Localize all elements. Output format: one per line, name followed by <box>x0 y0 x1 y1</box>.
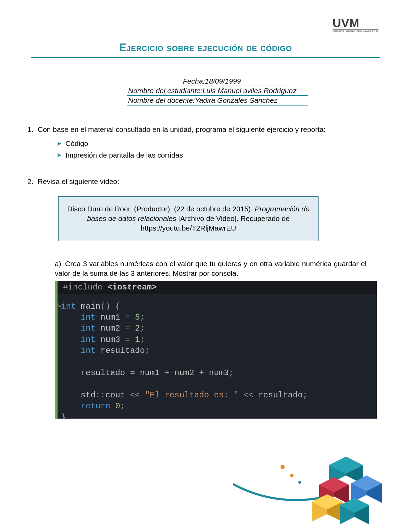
meta-block: Fecha:18/09/1999 Nombre del estudiante:L… <box>127 77 308 106</box>
svg-point-2 <box>298 481 301 484</box>
fold-icon: ⊟ <box>58 302 62 310</box>
arrow-icon: ➤ <box>57 139 65 148</box>
list-item: ➤Impresión de pantalla de las corridas <box>57 150 380 160</box>
citation-author: Disco Duro de Roer. (Productor). (22 de … <box>67 205 254 213</box>
page-title: Ejercicio sobre ejecución de código <box>31 41 380 57</box>
logo: UVM LAUREATE INTERNATIONAL UNIVERSITIES <box>333 17 378 32</box>
include-lib: <iostream> <box>108 283 157 292</box>
svg-point-1 <box>290 474 294 477</box>
title-block: Ejercicio sobre ejecución de código <box>31 41 380 58</box>
include-line: #include <iostream> <box>58 281 377 294</box>
code-screenshot: #include <iostream> ⊟ int main() { int n… <box>55 281 377 419</box>
question-2: 2.Revisa el siguiente video: <box>27 176 380 186</box>
q1-number: 1. <box>27 124 38 134</box>
cubes-graphic <box>233 443 387 525</box>
sub-a-text: Crea 3 variables numéricas con el valor … <box>55 260 366 277</box>
q2-text: Revisa el siguiente video: <box>38 177 119 185</box>
bullet-text: Impresión de pantalla de las corridas <box>65 151 183 159</box>
q1-bullets: ➤Código ➤Impresión de pantalla de las co… <box>57 138 380 160</box>
bullet-text: Código <box>65 139 88 147</box>
svg-point-0 <box>281 465 285 469</box>
question-1: 1.Con base en el material consultado en … <box>27 124 380 134</box>
citation-box: Disco Duro de Roer. (Productor). (22 de … <box>58 196 319 241</box>
title-rule <box>31 57 380 58</box>
list-item: ➤Código <box>57 138 380 148</box>
q2-number: 2. <box>27 176 38 186</box>
gutter-bar <box>55 281 58 419</box>
logo-text: UVM <box>333 16 360 29</box>
include-directive: #include <box>63 283 102 292</box>
meta-estudiante: Nombre del estudiante:Luis Manuel aviles… <box>127 86 308 96</box>
sub-question-a: a)Crea 3 variables numéricas con el valo… <box>55 259 380 279</box>
logo-subtitle: LAUREATE INTERNATIONAL UNIVERSITIES <box>333 29 378 32</box>
meta-docente: Nombre del docente:Yadira Gonzales Sanch… <box>127 96 308 106</box>
meta-fecha: Fecha:18/09/1999 <box>182 77 288 86</box>
sub-a-label: a) <box>55 259 65 269</box>
arrow-icon: ➤ <box>57 151 65 160</box>
code-body: int main() { int num1 = 5; int num2 = 2;… <box>61 301 377 419</box>
q1-text: Con base en el material consultado en la… <box>38 125 326 133</box>
